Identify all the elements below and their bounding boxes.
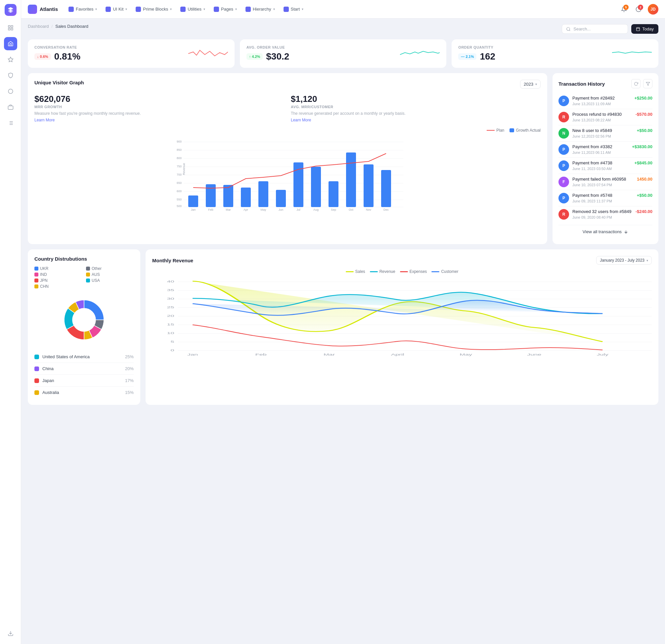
nav-item-start[interactable]: Start ▾ [280,5,307,14]
svg-text:0: 0 [170,349,174,352]
main-area: Atlantis Favorites ▾ UI Kit ▾ Prime Bloc… [21,0,665,644]
svg-text:Sep: Sep [331,208,336,211]
country-name: Australia [42,390,122,395]
today-button[interactable]: Today [631,24,658,34]
bar-nov [364,164,374,207]
country-name: China [42,366,122,371]
chart-card: Unique Visitor Graph 2023 ▾ $620,076 MRR… [28,73,547,244]
mrr-growth-link[interactable]: Learn More [34,118,55,122]
nav-item-favorites[interactable]: Favorites ▾ [64,5,101,14]
kpi-value-row-conversation: ↓ 0.6% 0.81% [34,51,80,62]
svg-rect-19 [636,27,640,31]
nav-item-hierarchy[interactable]: Hierarchy ▾ [242,5,279,14]
tx-filter-button[interactable] [643,79,652,88]
mrr-growth-label: MRR GROWTH [34,105,284,109]
donut-legend-item: Other [86,266,134,271]
transaction-item: R Process refund to #94830 June 13,2023 … [558,109,652,125]
shield-icon-pages [214,7,219,12]
chart-top-metrics: $620,076 MRR GROWTH Measure how fast you… [34,94,540,123]
transaction-history-card: Transaction History P Payment from #2849… [552,73,658,244]
tx-name: Payment from #3382 [572,144,629,150]
sidebar-item-grid[interactable] [4,21,17,34]
svg-text:Apr: Apr [244,208,248,211]
tx-refresh-button[interactable] [631,79,641,88]
date-range-selector[interactable]: January 2023 - July 2023 ▾ [596,256,652,265]
donut-title: Country Distrubutions [34,256,134,261]
country-percentage: 17% [125,378,134,383]
nav-items: Favorites ▾ UI Kit ▾ Prime Blocks ▾ Util… [64,5,618,14]
sidebar-item-circle[interactable] [4,85,17,98]
year-selector[interactable]: 2023 ▾ [520,80,540,89]
kpi-label-order-qty: ORDER QUANTITY [458,45,495,49]
nav-item-uikit[interactable]: UI Kit ▾ [101,5,131,14]
notification-badge: 5 [623,5,629,10]
sidebar-item-home[interactable] [4,37,17,50]
bottom-row: Country Distrubutions UKROtherINDAUSJPNU… [28,249,658,405]
monthly-revenue-card: Monthly Revenue January 2023 - July 2023… [146,249,658,405]
shield-icon-primeblocks [136,7,141,12]
alert-bell[interactable]: 2 [633,4,644,15]
svg-text:25: 25 [167,306,174,309]
sidebar-item-list[interactable] [4,116,17,130]
notification-bell[interactable]: 5 [619,4,629,15]
svg-text:600: 600 [177,190,182,193]
sidebar-item-shield[interactable] [4,69,17,82]
legend-plan-line [487,130,495,131]
chart-header: Unique Visitor Graph 2023 ▾ [34,80,540,89]
kpi-sparkline-conversation [188,45,228,62]
kpi-main-value-conversation: 0.81% [54,51,80,62]
tx-title: Transaction History [558,81,605,87]
tx-amount: +$250.00 [634,96,652,101]
transaction-item: R Removed 32 users from #5849 June 09, 2… [558,207,652,222]
arrow-down-icon [624,230,628,234]
sidebar-logo[interactable] [5,4,17,16]
nav-item-pages[interactable]: Pages ▾ [210,5,241,14]
svg-point-17 [567,27,570,30]
country-color-indicator [34,367,39,371]
svg-text:650: 650 [177,181,182,184]
svg-text:5: 5 [170,340,174,343]
page-content: Dashboard / Sales Dashboard Search... To… [21,19,665,644]
breadcrumb: Dashboard / Sales Dashboard [28,24,88,29]
middle-row: Unique Visitor Graph 2023 ▾ $620,076 MRR… [28,73,658,244]
tx-actions [631,79,652,88]
refresh-icon [634,82,638,86]
tx-info: Payment from #5748 June 09, 2023 11:37 P… [572,193,633,203]
tx-avatar: R [558,112,569,122]
monthly-legend-item: Customer [432,269,458,274]
country-list: United States of America 25% China 20% J… [34,351,134,398]
sidebar-item-download[interactable] [4,627,17,640]
svg-text:30: 30 [167,297,174,300]
country-item: Australia 15% [34,387,134,398]
country-color-indicator [34,355,39,359]
bar-chart-svg: 900 850 800 750 700 650 600 550 500 [34,139,540,211]
svg-text:35: 35 [167,289,174,292]
legend-actual-bar [510,128,514,132]
topnav: Atlantis Favorites ▾ UI Kit ▾ Prime Bloc… [21,0,665,19]
user-avatar[interactable]: JD [648,4,658,15]
tx-date: June 12,2023 02:56 PM [572,134,633,138]
donut-legend-color [86,267,90,271]
bar-jan [188,195,198,207]
sidebar-item-briefcase[interactable] [4,101,17,114]
view-all-transactions-button[interactable]: View all transactions [558,225,652,238]
donut-legend-color [34,273,38,276]
shield-icon-uikit [106,7,111,12]
chart-legend: Plan Growth Actual [487,128,540,133]
tx-name: Payment failed form #60958 [572,177,633,182]
search-bar[interactable]: Search... [562,24,628,34]
svg-text:Nov: Nov [366,208,372,211]
kpi-main-value-order-qty: 162 [480,51,495,62]
svg-text:Jul: Jul [297,208,300,211]
tx-info: Payment failed form #60958 June 10, 2023… [572,177,633,187]
mrr-growth-metric: $620,076 MRR GROWTH Measure how fast you… [34,94,284,123]
svg-text:April: April [391,353,404,356]
svg-text:500: 500 [177,204,182,208]
sidebar-item-star[interactable] [4,53,17,66]
nav-item-primeblocks[interactable]: Prime Blocks ▾ [132,5,176,14]
tx-name: Process refund to #94830 [572,112,632,117]
nav-item-utilities[interactable]: Utilities ▾ [176,5,209,14]
svg-text:15: 15 [167,323,174,326]
avg-mrr-link[interactable]: Learn More [291,118,311,122]
search-placeholder: Search... [573,26,591,32]
